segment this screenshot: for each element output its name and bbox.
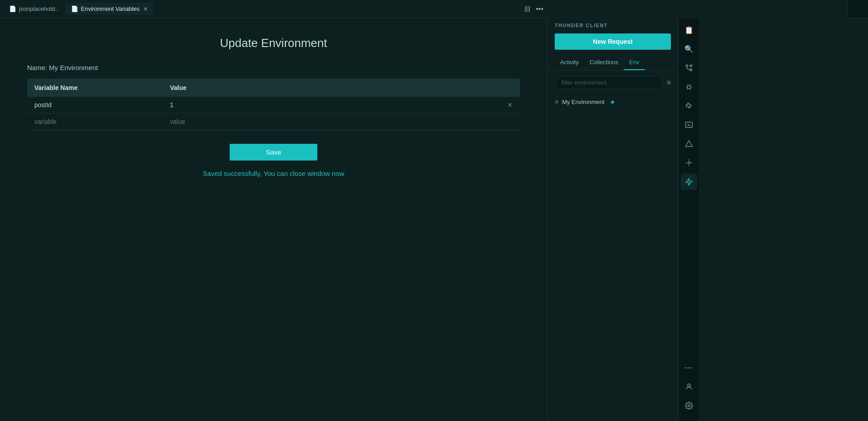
table-row-empty: [27, 114, 520, 130]
tab-file-icon: 📄: [9, 5, 16, 12]
right-sidebar: THUNDER CLIENT New Request Activity Coll…: [547, 18, 678, 421]
top-icon-bar: [847, 0, 868, 18]
svg-point-0: [686, 65, 688, 67]
save-button[interactable]: Save: [230, 144, 317, 161]
git-icon-bar[interactable]: [681, 60, 697, 76]
success-message: Saved successfully, You can close window…: [27, 170, 520, 177]
account-icon-bar[interactable]: [681, 378, 697, 395]
col-value: Value: [163, 79, 520, 97]
tab-jsonplaceholder[interactable]: 📄 jsonplacehold..: [4, 3, 64, 15]
delete-row-button[interactable]: ✕: [507, 101, 513, 109]
tab-bar-actions: ⊟ •••: [524, 5, 543, 13]
thunder-icon-bar[interactable]: [681, 174, 697, 190]
tab-environment-variables[interactable]: 📄 Environment Variables ✕: [66, 3, 153, 15]
tab-label-active: Environment Variables: [81, 5, 140, 12]
value-cell-empty: [163, 114, 520, 130]
value-input-empty[interactable]: [170, 118, 513, 125]
tab-activity[interactable]: Activity: [555, 55, 584, 70]
env-item-icon: ≡: [555, 98, 558, 105]
terminal-icon-bar[interactable]: [681, 117, 697, 133]
icon-bar: 📋 🔍: [678, 18, 699, 421]
env-item-name: My Environment: [562, 99, 604, 105]
env-item-my-environment[interactable]: ≡ My Environment ★: [547, 95, 678, 109]
new-request-button[interactable]: New Request: [555, 33, 671, 50]
value-cell-content: ✕: [170, 101, 513, 109]
tab-close-button[interactable]: ✕: [143, 6, 148, 12]
variable-cell: [27, 97, 163, 114]
env-item-star-icon: ★: [610, 99, 615, 105]
tab-env[interactable]: Env: [624, 55, 645, 70]
filter-wrapper: ≡: [555, 76, 671, 89]
col-variable-name: Variable Name: [27, 79, 163, 97]
table-row: ✕: [27, 97, 520, 114]
variable-cell-empty: [27, 114, 163, 130]
variable-input-empty[interactable]: [34, 118, 156, 125]
main-content: Update Environment Name: My Environment …: [0, 18, 547, 421]
filter-menu-icon[interactable]: ≡: [667, 79, 671, 87]
svg-marker-8: [685, 141, 692, 147]
filter-input[interactable]: [555, 76, 663, 89]
sidebar-header: THUNDER CLIENT: [547, 18, 678, 28]
env-table: Variable Name Value ✕: [27, 79, 520, 130]
svg-point-2: [690, 65, 692, 67]
variable-input[interactable]: [34, 101, 156, 109]
bug-icon-bar[interactable]: [681, 79, 697, 95]
value-cell: ✕: [163, 97, 520, 114]
save-button-wrapper: Save: [27, 144, 520, 161]
env-name-label: Name: My Environment: [27, 64, 520, 71]
svg-point-11: [688, 384, 690, 387]
svg-point-9: [688, 162, 690, 164]
page-title: Update Environment: [27, 36, 520, 50]
split-view-icon[interactable]: ⊟: [524, 5, 530, 13]
sidebar-nav-tabs: Activity Collections Env: [547, 55, 678, 71]
tab-collections[interactable]: Collections: [584, 55, 624, 70]
more-options-icon[interactable]: •••: [536, 5, 543, 13]
settings-icon-bar[interactable]: [681, 397, 697, 414]
search-icon-bar[interactable]: 🔍: [681, 41, 697, 57]
svg-point-5: [687, 85, 691, 89]
puzzle-icon-bar[interactable]: [681, 98, 697, 114]
sync-icon-bar[interactable]: [681, 155, 697, 171]
tab-file-icon-active: 📄: [71, 5, 78, 12]
deploy-icon-bar[interactable]: [681, 136, 697, 152]
file-icon-bar[interactable]: 📋: [681, 22, 697, 38]
svg-point-12: [688, 405, 690, 407]
svg-marker-10: [686, 179, 692, 185]
more-icon-bar[interactable]: •••: [681, 360, 697, 376]
tab-label: jsonplacehold..: [19, 5, 58, 12]
value-input[interactable]: [170, 101, 507, 109]
tab-bar: 📄 jsonplacehold.. 📄 Environment Variable…: [0, 0, 547, 18]
icon-bar-bottom: •••: [681, 360, 697, 417]
